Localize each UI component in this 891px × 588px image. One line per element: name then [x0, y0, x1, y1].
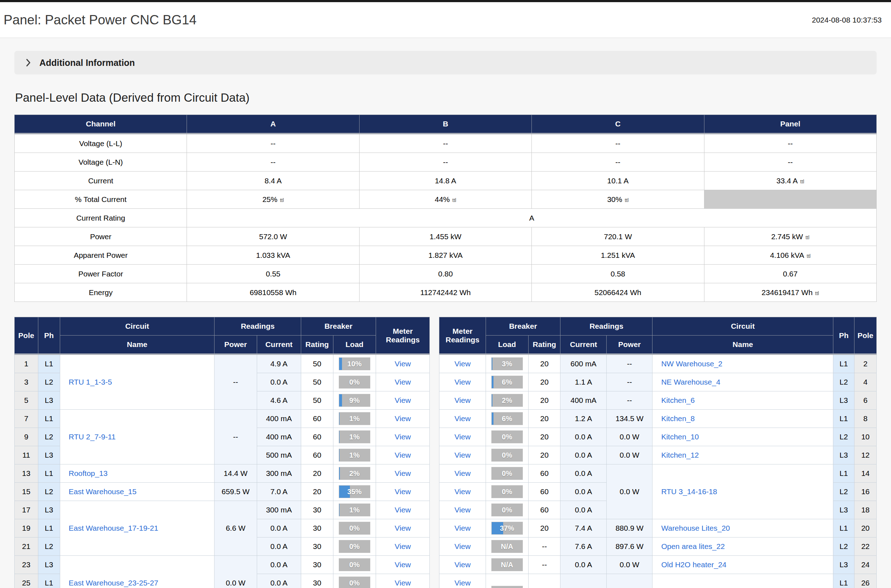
view-link[interactable]: View [454, 488, 471, 496]
ttl-suffix: ttl [280, 197, 284, 203]
circuit-name-cell: East Warehouse_23-25-27 [60, 556, 214, 588]
view-link[interactable]: View [394, 414, 411, 423]
load-bar: 0% [339, 558, 370, 571]
load-bar: 9% [339, 394, 370, 407]
breaker-load-cell: 9% [333, 392, 376, 410]
circuit-name-link[interactable]: Warehouse Lites_20 [661, 524, 730, 532]
breaker-load-cell: 0% [486, 574, 528, 588]
view-link[interactable]: View [394, 560, 411, 568]
view-link[interactable]: View [454, 579, 471, 587]
meter-readings-cell: View [440, 519, 486, 537]
view-link[interactable]: View [454, 451, 471, 459]
load-bar-label: 10% [339, 358, 370, 370]
view-link[interactable]: View [454, 560, 471, 568]
circuit-name-link[interactable]: East Warehouse_17-19-21 [69, 524, 158, 532]
load-bar-label: N/A [492, 559, 522, 571]
phase-cell: L2 [833, 428, 854, 446]
load-bar: 0% [491, 467, 523, 480]
circuit-name-link[interactable]: NW Warehouse_2 [661, 360, 722, 368]
view-link[interactable]: View [454, 378, 471, 386]
circuit-name-link[interactable]: Kitchen_10 [661, 433, 699, 441]
pole-cell: 10 [855, 428, 877, 446]
meter-readings-cell: View [376, 410, 429, 428]
view-link[interactable]: View [454, 469, 471, 477]
col-header-circuit: Circuit [60, 317, 214, 336]
timestamp: 2024-08-08 10:37:53 [812, 16, 882, 24]
value-cell: 69810558 Wh [187, 283, 359, 302]
view-link[interactable]: View [454, 433, 471, 441]
view-link[interactable]: View [454, 414, 471, 423]
load-bar-label: 0% [492, 431, 522, 443]
view-link[interactable]: View [394, 506, 411, 514]
pole-cell: 8 [855, 410, 877, 428]
col-header-power: Power [214, 336, 257, 354]
col-header-meter-readings: Meter Readings [376, 317, 429, 354]
circuit-name-link[interactable]: East Warehouse_15 [69, 488, 137, 496]
circuit-name-link[interactable]: Old H2O heater_24 [661, 560, 726, 568]
meter-readings-cell: View [440, 465, 486, 483]
view-link[interactable]: View [394, 378, 411, 386]
view-link[interactable]: View [454, 396, 471, 404]
view-link[interactable]: View [394, 542, 411, 550]
circuit-name-cell: Kitchen_6 [652, 392, 833, 410]
breaker-rating-cell: 20 [528, 446, 561, 465]
circuit-row: View2%20400 mA--Kitchen_6L36 [440, 392, 877, 410]
circuit-name-link[interactable]: Rooftop_13 [69, 469, 108, 477]
view-link[interactable]: View [454, 506, 471, 514]
circuit-name-link[interactable]: Kitchen_12 [661, 451, 699, 459]
view-link[interactable]: View [454, 524, 471, 532]
meter-readings-cell: View [376, 446, 429, 465]
power-cell: -- [607, 354, 652, 373]
circuit-name-link[interactable]: RTU 1_1-3-5 [69, 378, 112, 386]
circuit-name-cell: East Warehouse_15 [60, 483, 214, 501]
view-link[interactable]: View [394, 524, 411, 532]
circuit-name-link[interactable]: RTU 3_14-16-18 [661, 488, 717, 496]
pole-cell: 9 [15, 428, 38, 446]
view-link[interactable]: View [394, 433, 411, 441]
view-link[interactable]: View [394, 469, 411, 477]
col-header-name: Name [652, 336, 833, 354]
value-cell: 4.106 kVAttl [704, 246, 876, 265]
meter-readings-cell: View [376, 574, 429, 588]
view-link[interactable]: View [394, 396, 411, 404]
circuit-name-link[interactable]: Kitchen_6 [661, 396, 694, 404]
load-bar-label: 1% [339, 504, 370, 516]
load-bar: 0% [339, 376, 370, 388]
value-cell: 25%ttl [187, 190, 359, 209]
col-header-power: Power [607, 336, 652, 354]
circuit-name-link[interactable]: East Warehouse_23-25-27 [69, 579, 158, 587]
circuit-row: 23L3East Warehouse_23-25-270.0 W0.0 A300… [15, 556, 430, 574]
breaker-load-cell: 1% [333, 501, 376, 519]
load-bar: 0% [339, 522, 370, 535]
col-header-load: Load [486, 336, 528, 354]
view-link[interactable]: View [454, 542, 471, 550]
value-cell: 112742442 Wh [359, 283, 531, 302]
load-bar: 35% [339, 485, 370, 498]
breaker-load-cell: 0% [486, 428, 528, 446]
circuit-row: View0%200.0 A0.0 WKitchen_12L312 [440, 446, 877, 465]
view-link[interactable]: View [394, 579, 411, 587]
power-cell: 0.0 W [607, 574, 652, 588]
circuit-row: View0%200.0 A0.0 WTimer Outside Lites_26… [440, 574, 877, 588]
circuit-name-link[interactable]: RTU 2_7-9-11 [69, 433, 116, 441]
load-bar-label: 3% [492, 358, 522, 370]
additional-information-accordion[interactable]: Additional Information [14, 51, 877, 75]
phase-cell: L1 [38, 410, 60, 428]
phase-cell: L3 [38, 446, 60, 465]
load-bar-label: N/A [492, 540, 522, 552]
current-cell: 0.0 A [561, 446, 607, 465]
circuit-name-link[interactable]: Kitchen_8 [661, 414, 694, 423]
circuit-name-link[interactable]: NE Warehouse_4 [661, 378, 720, 386]
circuit-name-cell: Kitchen_8 [652, 410, 833, 428]
breaker-rating-cell: 30 [301, 501, 333, 519]
row-label: Current [15, 171, 187, 190]
breaker-rating-cell: 20 [528, 519, 561, 537]
view-link[interactable]: View [394, 360, 411, 368]
view-link[interactable]: View [454, 360, 471, 368]
view-link[interactable]: View [394, 451, 411, 459]
view-link[interactable]: View [394, 488, 411, 496]
circuit-name-link[interactable]: Open area lites_22 [661, 542, 724, 550]
power-cell: 134.5 W [607, 410, 652, 428]
value-cell: 14.8 A [359, 171, 531, 190]
meter-readings-cell: View [440, 574, 486, 588]
